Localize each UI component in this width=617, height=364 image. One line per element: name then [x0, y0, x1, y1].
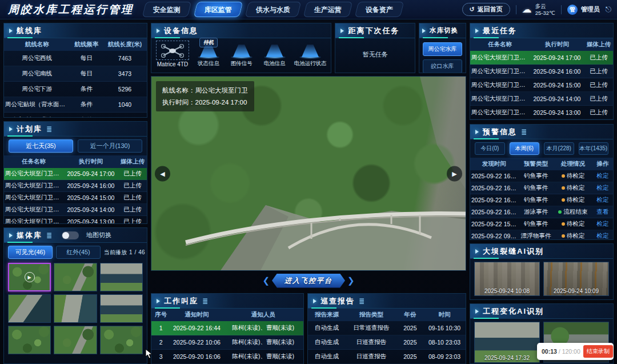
table-row[interactable]: 2025-09-22 15:33钓鱼事件 待检定 检定 [470, 218, 613, 230]
reservoir-switch-title: 水库切换 [430, 26, 458, 35]
enter-flight-control-button[interactable]: 进入飞控平台 [272, 274, 345, 288]
list-icon: ≣ [359, 297, 364, 305]
change-thumbnail[interactable]: 2025-09-24 17:32 [474, 322, 540, 363]
action-link[interactable]: 检定 [592, 184, 613, 192]
table-row[interactable]: 32025-09-20 16:06陈柯(未读)、曹顺(未读) [151, 350, 303, 364]
table-row[interactable]: 2025-09-22 09:20漂浮物事件 待检定 检定 [470, 230, 613, 240]
table-row[interactable]: 22025-09-22 10:06陈柯(未读)、曹顺(未读) [151, 335, 303, 350]
reservoir-button-jiaokou[interactable]: 皎口水库 [423, 59, 462, 73]
table-row[interactable]: 周公宅大坝至门卫任务2025-09-24 17:00已上传 [470, 51, 613, 65]
panel-arrow-icon [340, 29, 344, 33]
table-row[interactable]: 2025-09-22 16:32钓鱼事件 待检定 检定 [470, 182, 613, 194]
media-thumbnail[interactable] [54, 294, 97, 323]
alert-tab-week[interactable]: 本周(6) [510, 142, 540, 155]
table-row[interactable]: 周公宅贴坝（背水面左）条件931 [4, 113, 147, 118]
table-row[interactable]: 周公宅大坝至门卫任务2025-09-24 17:00已上传 [4, 168, 147, 180]
media-thumbnail[interactable] [54, 263, 97, 291]
cloud-icon: ☁ [522, 3, 532, 15]
back-home-button[interactable]: ↺ 返回首页 [462, 3, 510, 16]
action-link[interactable]: 检定 [592, 232, 613, 240]
media-thumbnail[interactable] [100, 263, 143, 291]
media-tab-infrared[interactable]: 红外(45) [56, 246, 101, 259]
table-row[interactable]: 周公宅大坝至门卫任务2025-09-24 13:00已上传 [470, 106, 613, 119]
recent-tasks-panel: 最近任务 任务名称执行时间媒体上传 周公宅大坝至门卫任务2025-09-24 1… [470, 23, 614, 120]
table-row[interactable]: 周公宅下游条件5296 [4, 82, 147, 97]
media-thumbnail[interactable] [100, 326, 143, 354]
map-toggle-label: 地图切换 [86, 231, 111, 239]
next-video-button[interactable]: ▶ [447, 166, 462, 181]
table-row[interactable]: 周公宅西线每日7463 [4, 51, 147, 66]
plan-tab-7days[interactable]: 近七天(35) [9, 139, 73, 153]
alerts-table: 发现时间预警类型处理情况操作 2025-09-22 16:32钓鱼事件 待检定 … [470, 158, 613, 240]
page-title: 周皎水库工程运行管理 [0, 2, 144, 17]
table-row[interactable]: 周公宅大坝至门卫任务2025-09-24 15:00已上传 [470, 78, 613, 92]
tab-production-operation[interactable]: 生产运营 [303, 2, 353, 17]
weather-temp: 25-32℃ [535, 10, 555, 16]
media-thumbnail[interactable] [100, 294, 143, 323]
alert-tab-year[interactable]: 本年(1435) [579, 142, 609, 155]
table-row[interactable]: 周公宅大坝至门卫任务2025-09-24 14:00已上传 [4, 204, 147, 216]
media-tab-visible[interactable]: 可见光(46) [8, 246, 53, 259]
media-thumbnail[interactable] [8, 294, 51, 323]
media-thumbnail[interactable]: ▶ [8, 263, 51, 291]
map-toggle[interactable] [62, 231, 79, 239]
panel-arrow-icon [475, 130, 479, 134]
logout-icon[interactable]: ⎋ [606, 5, 611, 14]
media-thumbnail[interactable] [54, 326, 97, 354]
tab-water-supply-quality[interactable]: 供水与水质 [245, 2, 302, 17]
panel-arrow-icon [475, 309, 479, 314]
table-row[interactable]: 自动生成日巡查报告202508-09 23:03 [308, 350, 466, 364]
table-row[interactable]: 12025-09-22 16:44陈柯(未读)、曹顺(未读) [151, 321, 303, 335]
plan-tab-1month[interactable]: 近一个月(130) [78, 139, 142, 153]
panel-arrow-icon [157, 299, 160, 303]
status-dot [562, 234, 565, 238]
device-signal-item[interactable]: 图传信号 [228, 45, 255, 67]
work-response-panel: 工作叫应 ≣ 序号通知时间通知人员 12025-09-22 16:44陈柯(未读… [151, 293, 304, 364]
table-row[interactable]: 自动生成日常巡查报告202509-16 10:30 [308, 321, 466, 335]
prev-media-icon[interactable]: ◀ [147, 250, 147, 255]
tab-reservoir-supervision[interactable]: 库区监管 [194, 2, 243, 17]
user-chip[interactable]: 管 管理员 [567, 5, 600, 15]
device-battery-item[interactable]: 电池信息 [261, 45, 289, 67]
tab-equipment-assets[interactable]: 设备资产 [355, 2, 404, 17]
stop-record-button[interactable]: 结束录制 [583, 345, 613, 358]
top-header: 周皎水库工程运行管理 安全监测 库区监管 供水与水质 生产运营 设备资产 ↺ 返… [0, 0, 617, 19]
status-dot [562, 174, 565, 178]
left-column: 航线库 航线名称 航线频率 航线长度(米) 周公宅西线每日7463 周公宅南线每… [3, 23, 147, 364]
table-row[interactable]: 自动生成日巡查报告202508-10 23:03 [308, 335, 466, 350]
divider [561, 5, 562, 14]
alert-tab-today[interactable]: 今日(0) [475, 142, 505, 155]
list-icon: ≣ [521, 128, 527, 136]
main-nav: 安全监测 库区监管 供水与水质 生产运营 设备资产 [144, 2, 402, 17]
table-row[interactable]: 2025-09-22 16:32游泳事件 流程结束 查看 [470, 206, 613, 218]
media-thumbnail[interactable] [8, 326, 51, 354]
table-row[interactable]: 周公宅大坝裂缝任务2025-09-24 10:00已上传 [470, 119, 613, 120]
reservoir-button-zhougongzhai[interactable]: 周公宅水库 [423, 42, 462, 56]
prev-video-button[interactable]: ◀ [155, 166, 170, 181]
drone-video-feed[interactable]: 航线名称：周公宅大坝至门卫 执行时间：2025-09-24 17:00 ◀ ▶ [151, 76, 466, 271]
route-library-panel: 航线库 航线名称 航线频率 航线长度(米) 周公宅西线每日7463 周公宅南线每… [3, 23, 147, 118]
table-row[interactable]: 周公宅南线每日3473 [4, 66, 147, 82]
device-status-item[interactable]: 待机 状态信息 [195, 45, 222, 67]
table-row[interactable]: 2025-09-22 16:32钓鱼事件 待检定 检定 [470, 194, 613, 206]
table-row[interactable]: 周公宅大坝至门卫任务2025-09-24 16:00已上传 [470, 65, 613, 78]
table-row[interactable]: 周公宅大坝至门卫任务2025-09-24 16:00已上传 [4, 180, 147, 192]
action-link[interactable]: 检定 [592, 196, 613, 204]
table-row[interactable]: 周公宅大坝至门卫任务2025-09-24 13:00已上传 [4, 216, 147, 224]
table-row[interactable]: 周公宅大坝至门卫任务2025-09-24 14:00已上传 [470, 92, 613, 106]
crack-thumbnail[interactable]: 2025-09-24 10:09 [543, 262, 609, 296]
device-battery-status-item[interactable]: 电池运行状态 [294, 45, 326, 67]
table-row[interactable]: 周公宅贴坝（背水面右）条件1040 [4, 97, 147, 113]
tab-safety-monitoring[interactable]: 安全监测 [142, 2, 192, 17]
crack-thumbnail[interactable]: 2025-09-24 10:08 [474, 262, 540, 296]
table-row[interactable]: 周公宅大坝至门卫任务2025-09-24 15:00已上传 [4, 192, 147, 204]
table-row[interactable]: 2025-09-22 16:32钓鱼事件 待检定 检定 [470, 170, 613, 182]
playing-total: 46 [138, 249, 145, 255]
alerts-title: 预警信息 [483, 127, 517, 137]
action-link[interactable]: 检定 [592, 172, 613, 180]
alert-tab-month[interactable]: 本月(228) [544, 142, 574, 155]
device-info-panel: 设备信息 [151, 23, 331, 73]
action-link[interactable]: 检定 [592, 220, 613, 228]
weather-condition: 多云 [535, 3, 546, 9]
action-link[interactable]: 查看 [592, 208, 613, 216]
